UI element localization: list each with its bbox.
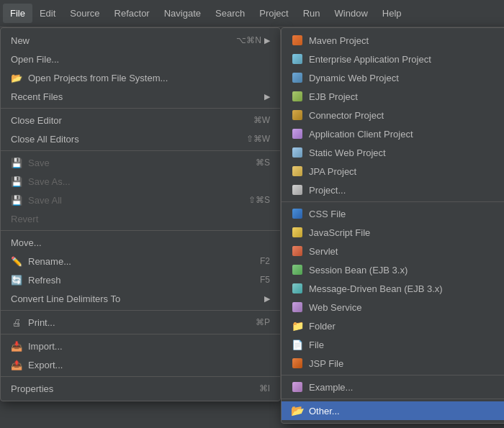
menu-item-new-right: ⌥⌘N ▶ bbox=[236, 35, 270, 45]
sep1 bbox=[1, 108, 280, 109]
submenu-folder[interactable]: 📁 Folder bbox=[282, 317, 504, 335]
menu-item-recent-files[interactable]: Recent Files ▶ bbox=[1, 87, 280, 106]
save-label: Save bbox=[28, 158, 50, 168]
menu-navigate[interactable]: Navigate bbox=[157, 4, 208, 23]
submenu-session-bean[interactable]: Session Bean (EJB 3.x) bbox=[282, 260, 504, 279]
close-all-editors-shortcut: ⇧⌘W bbox=[246, 134, 270, 144]
menu-item-export[interactable]: 📤 Export... bbox=[1, 355, 280, 374]
appclient-icon bbox=[292, 128, 303, 140]
convert-arrow: ▶ bbox=[264, 294, 270, 304]
menu-search[interactable]: Search bbox=[208, 4, 252, 23]
print-label: Print... bbox=[28, 317, 55, 328]
submenu-file[interactable]: 📄 File bbox=[282, 335, 504, 354]
webservice-label: Web Service bbox=[309, 302, 361, 313]
js-label: JavaScript File bbox=[309, 227, 370, 238]
dynamic-web-icon bbox=[292, 72, 303, 83]
recent-files-label: Recent Files bbox=[11, 91, 63, 102]
save-as-label: Save As... bbox=[28, 176, 71, 187]
submenu-ejb-project[interactable]: EJB Project bbox=[282, 87, 504, 106]
submenu-project[interactable]: Project... bbox=[282, 181, 504, 199]
recent-files-arrow: ▶ bbox=[264, 92, 270, 101]
folder-label: Folder bbox=[309, 321, 336, 332]
bean-icon bbox=[292, 264, 303, 276]
js-icon bbox=[292, 227, 303, 238]
menu-file[interactable]: File bbox=[3, 4, 32, 23]
menu-item-open-file[interactable]: Open File... bbox=[1, 50, 280, 68]
enterprise-app-label: Enterprise Application Project bbox=[309, 54, 431, 65]
menu-help[interactable]: Help bbox=[375, 4, 409, 23]
menu-item-new-left: New bbox=[11, 35, 30, 46]
import-label: Import... bbox=[28, 341, 63, 352]
submenu-jsp[interactable]: JSP File bbox=[282, 354, 504, 373]
connector-icon bbox=[292, 109, 303, 121]
submenu-appclient[interactable]: Application Client Project bbox=[282, 124, 504, 143]
enterprise-icon bbox=[292, 53, 303, 65]
submenu-js[interactable]: JavaScript File bbox=[282, 223, 504, 242]
refresh-shortcut: F5 bbox=[260, 275, 270, 285]
new-submenu: Maven Project Enterprise Application Pro… bbox=[281, 27, 504, 424]
dropdown-area: New ⌥⌘N ▶ Open File... 📂 Open Projects f… bbox=[0, 27, 504, 401]
refresh-icon: 🔄 bbox=[11, 274, 22, 286]
menu-item-open-projects[interactable]: 📂 Open Projects from File System... bbox=[1, 68, 280, 87]
submenu-static-web[interactable]: Static Web Project bbox=[282, 143, 504, 162]
submenu-connector[interactable]: Connector Project bbox=[282, 106, 504, 124]
static-web-label: Static Web Project bbox=[309, 147, 386, 158]
submenu-servlet[interactable]: Servlet bbox=[282, 242, 504, 260]
menu-refactor[interactable]: Refactor bbox=[107, 4, 157, 23]
menubar: File Edit Source Refactor Navigate Searc… bbox=[0, 0, 504, 27]
submenu-msg-bean[interactable]: Message-Driven Bean (EJB 3.x) bbox=[282, 279, 504, 298]
submenu-maven-project[interactable]: Maven Project bbox=[282, 31, 504, 50]
file-icon: 📄 bbox=[292, 339, 303, 350]
menu-project[interactable]: Project bbox=[252, 4, 295, 23]
save-all-icon: 💾 bbox=[11, 194, 22, 206]
menu-window[interactable]: Window bbox=[328, 4, 375, 23]
submenu-webservice[interactable]: Web Service bbox=[282, 298, 504, 317]
jsp-label: JSP File bbox=[309, 358, 343, 369]
webservice-icon bbox=[292, 301, 303, 313]
servlet-label: Servlet bbox=[309, 246, 338, 257]
css-label: CSS File bbox=[309, 209, 346, 219]
menu-item-convert[interactable]: Convert Line Delimiters To ▶ bbox=[1, 289, 280, 308]
menu-item-move[interactable]: Move... bbox=[1, 233, 280, 252]
menu-item-save-as: 💾 Save As... bbox=[1, 172, 280, 191]
print-shortcut: ⌘P bbox=[256, 317, 270, 327]
move-label: Move... bbox=[11, 237, 42, 248]
sep2 bbox=[1, 150, 280, 151]
menu-edit[interactable]: Edit bbox=[32, 4, 63, 23]
servlet-icon bbox=[292, 245, 303, 257]
properties-shortcut: ⌘I bbox=[259, 383, 270, 393]
menu-item-print[interactable]: 🖨 Print... ⌘P bbox=[1, 313, 280, 332]
appclient-label: Application Client Project bbox=[309, 129, 413, 140]
menu-source[interactable]: Source bbox=[63, 4, 107, 23]
session-bean-label: Session Bean (EJB 3.x) bbox=[309, 265, 408, 276]
revert-label: Revert bbox=[11, 214, 38, 224]
import-icon: 📥 bbox=[11, 340, 22, 352]
save-shortcut: ⌘S bbox=[256, 158, 270, 168]
menu-item-import[interactable]: 📥 Import... bbox=[1, 337, 280, 355]
menu-item-save-all: 💾 Save All ⇧⌘S bbox=[1, 191, 280, 209]
new-sep1 bbox=[282, 201, 504, 202]
submenu-example[interactable]: Example... bbox=[282, 378, 504, 396]
ejb-project-label: EJB Project bbox=[309, 91, 358, 102]
submenu-dynamic-web[interactable]: Dynamic Web Project bbox=[282, 68, 504, 87]
menu-item-refresh[interactable]: 🔄 Refresh F5 bbox=[1, 270, 280, 289]
example-icon bbox=[292, 381, 303, 393]
new-shortcut: ⌥⌘N bbox=[236, 35, 261, 45]
submenu-css[interactable]: CSS File bbox=[282, 204, 504, 223]
open-file-label: Open File... bbox=[11, 54, 59, 65]
example-label: Example... bbox=[309, 382, 353, 393]
menu-run[interactable]: Run bbox=[296, 4, 328, 23]
menu-item-properties[interactable]: Properties ⌘I bbox=[1, 379, 280, 398]
rename-icon: ✏️ bbox=[11, 255, 22, 267]
menu-item-close-all-editors[interactable]: Close All Editors ⇧⌘W bbox=[1, 129, 280, 148]
ejb-icon bbox=[292, 91, 303, 102]
new-label: New bbox=[11, 35, 30, 46]
submenu-jpa[interactable]: JPA Project bbox=[282, 162, 504, 181]
menu-item-rename[interactable]: ✏️ Rename... F2 bbox=[1, 252, 280, 270]
open-projects-label: Open Projects from File System... bbox=[28, 73, 168, 83]
save-icon: 💾 bbox=[11, 157, 22, 168]
menu-item-close-editor[interactable]: Close Editor ⌘W bbox=[1, 111, 280, 129]
submenu-enterprise-app[interactable]: Enterprise Application Project bbox=[282, 50, 504, 68]
menu-item-new[interactable]: New ⌥⌘N ▶ bbox=[1, 31, 280, 50]
submenu-other[interactable]: 📂 Other... bbox=[282, 401, 504, 420]
